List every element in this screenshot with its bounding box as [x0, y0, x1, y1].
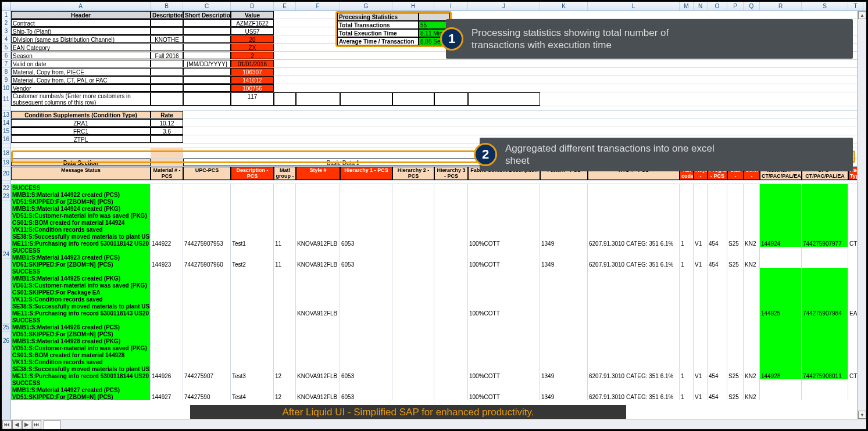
cell[interactable]: [274, 254, 296, 261]
cell[interactable]: [744, 275, 760, 282]
cell[interactable]: [680, 303, 694, 310]
cell[interactable]: Division (same as Distribution Channel): [11, 35, 151, 43]
cell[interactable]: VD51:SKIPPED:For [ZBOM=N] (PCS): [11, 393, 151, 400]
cell[interactable]: Hierarchy 3 - PCS: [434, 167, 468, 180]
cell[interactable]: [588, 317, 680, 324]
cell[interactable]: [392, 247, 434, 254]
row-header[interactable]: 20: [2, 167, 10, 181]
cell[interactable]: [392, 219, 434, 226]
cell[interactable]: [802, 303, 848, 310]
cell[interactable]: [183, 233, 231, 240]
cell[interactable]: [340, 268, 392, 275]
sheet-tab-strip[interactable]: ⏮ ◀ ▶ ⏭: [2, 419, 866, 429]
cell[interactable]: [727, 331, 744, 337]
cell[interactable]: [296, 289, 340, 296]
cell[interactable]: [151, 268, 183, 275]
cell[interactable]: [231, 344, 274, 351]
cell[interactable]: [802, 337, 848, 344]
cell[interactable]: [231, 351, 274, 358]
cell[interactable]: 144928: [760, 372, 802, 379]
cell[interactable]: [727, 296, 744, 303]
cell[interactable]: Data Section: [11, 159, 151, 166]
cell[interactable]: [231, 226, 274, 233]
cell[interactable]: [340, 296, 392, 303]
cell[interactable]: 100756: [231, 84, 274, 92]
cell[interactable]: [151, 84, 183, 92]
cell[interactable]: MMB1:S:Material 144928 created (PKG): [11, 337, 151, 344]
cell[interactable]: [744, 379, 760, 386]
cell[interactable]: [802, 261, 848, 268]
cell[interactable]: [231, 337, 274, 344]
cell[interactable]: [392, 226, 434, 233]
cell[interactable]: [708, 358, 727, 365]
cell[interactable]: [588, 303, 680, 310]
cell[interactable]: [392, 344, 434, 351]
cell[interactable]: [340, 205, 392, 212]
cell[interactable]: [760, 324, 802, 331]
cell[interactable]: [802, 198, 848, 205]
row-header[interactable]: 5: [2, 44, 10, 52]
cell[interactable]: [231, 184, 274, 191]
cell[interactable]: [468, 358, 540, 365]
cell[interactable]: [802, 344, 848, 351]
row-header[interactable]: 9: [2, 76, 10, 84]
cell[interactable]: [468, 226, 540, 233]
cell[interactable]: [151, 303, 183, 310]
cell[interactable]: [468, 324, 540, 331]
cell[interactable]: [760, 184, 802, 191]
cell[interactable]: [392, 268, 434, 275]
cell[interactable]: [727, 379, 744, 386]
cell[interactable]: [340, 275, 392, 282]
cell[interactable]: [274, 296, 296, 303]
cell[interactable]: 12: [274, 393, 296, 400]
row-header[interactable]: [2, 258, 10, 324]
cell[interactable]: [183, 219, 231, 226]
cell[interactable]: [296, 233, 340, 240]
cell[interactable]: [760, 331, 802, 337]
cell[interactable]: [434, 226, 468, 233]
cell[interactable]: [588, 233, 680, 240]
cell[interactable]: 11: [274, 240, 296, 247]
cell[interactable]: [274, 317, 296, 324]
cell[interactable]: [340, 365, 392, 372]
cell[interactable]: 100%COTT: [468, 240, 540, 247]
cell[interactable]: [744, 344, 760, 351]
tab-nav-next[interactable]: ▶: [22, 420, 31, 429]
tab-nav-last[interactable]: ⏭: [32, 420, 41, 429]
cell[interactable]: [694, 198, 708, 205]
cell[interactable]: [802, 184, 848, 191]
cell[interactable]: Rate: [151, 111, 183, 118]
cell[interactable]: [588, 184, 680, 191]
cell[interactable]: [760, 351, 802, 358]
cell[interactable]: [183, 27, 231, 35]
cell[interactable]: [694, 212, 708, 219]
cell[interactable]: [744, 247, 760, 254]
cell[interactable]: 74427590: [183, 393, 231, 400]
cell[interactable]: [151, 254, 183, 261]
cell[interactable]: [183, 68, 231, 76]
cell[interactable]: [296, 324, 340, 331]
cell[interactable]: KN2: [744, 261, 760, 268]
cell[interactable]: Valid on date: [11, 60, 151, 67]
cell[interactable]: [274, 386, 296, 393]
cell[interactable]: [274, 198, 296, 205]
cell[interactable]: [468, 365, 540, 372]
cell[interactable]: KNOVA912FLB: [296, 240, 340, 247]
cell[interactable]: Hierarchy 2 - PCS: [392, 167, 434, 180]
cell[interactable]: 454: [708, 240, 727, 247]
cell[interactable]: [727, 233, 744, 240]
cell[interactable]: [727, 212, 744, 219]
cell[interactable]: VK11:S:Condition records saved: [11, 226, 151, 233]
col-header[interactable]: P: [727, 2, 744, 10]
cell[interactable]: [151, 282, 183, 289]
cell[interactable]: [760, 379, 802, 386]
row-header[interactable]: 18: [2, 148, 10, 159]
cell[interactable]: [183, 205, 231, 212]
sheet-tab[interactable]: [44, 420, 60, 429]
cell[interactable]: [183, 268, 231, 275]
cell[interactable]: [802, 324, 848, 331]
cell[interactable]: [680, 212, 694, 219]
cell[interactable]: [151, 365, 183, 372]
cell[interactable]: [231, 198, 274, 205]
cell[interactable]: [392, 184, 434, 191]
